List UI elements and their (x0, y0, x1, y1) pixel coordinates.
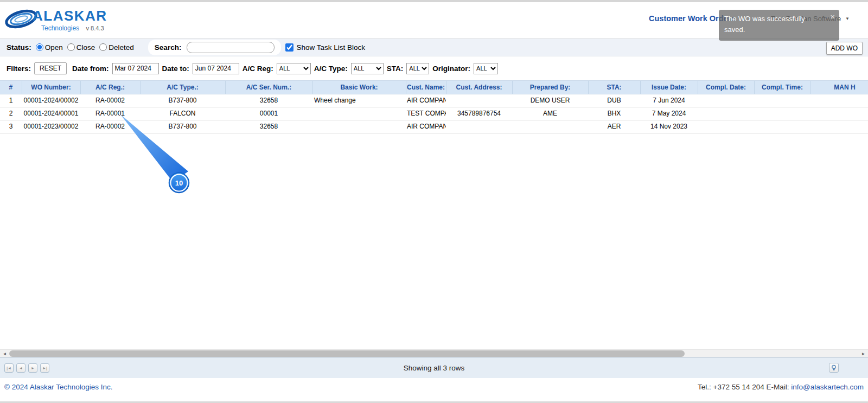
work-orders-table: #WO Number:A/C Reg.:A/C Type.:A/C Ser. N… (0, 81, 868, 133)
cell: FALCON (140, 107, 225, 120)
show-task-list-checkbox[interactable] (285, 43, 293, 52)
cell: AER (588, 120, 640, 133)
column-header[interactable]: MAN H (810, 81, 868, 94)
show-task-list-label: Show Task List Block (296, 43, 365, 52)
status-bar: Status: OpenCloseDeleted Search: Show Ta… (0, 38, 868, 56)
status-option-deleted[interactable]: Deleted (99, 43, 134, 52)
column-header[interactable]: Prepared By: (512, 81, 588, 94)
cell (698, 120, 754, 133)
status-radio-label: Deleted (108, 43, 134, 52)
show-task-list-toggle[interactable]: Show Task List Block (285, 43, 365, 52)
column-header[interactable]: Basic Work: (312, 81, 406, 94)
cell (512, 120, 588, 133)
ac-reg-select[interactable]: ALL (277, 63, 311, 74)
date-from-label: Date from: (72, 65, 109, 73)
cell: 00001-2024/00001 (22, 107, 80, 120)
column-header[interactable]: Cust. Name: (406, 81, 446, 94)
originator-label: Originator: (432, 65, 470, 73)
cell: 00001-2024/00002 (22, 94, 80, 107)
cell: DUB (588, 94, 640, 107)
logo-text: ALASKAR (33, 9, 107, 23)
column-header[interactable]: A/C Reg.: (80, 81, 140, 94)
app-logo[interactable]: ALASKAR Technologies v 8.4.3 (3, 5, 107, 33)
cell: 2 (0, 107, 22, 120)
cell: AIR COMPANY (406, 120, 446, 133)
footer-contact: Tel.: +372 55 14 204 E-Mail: info@alaska… (698, 383, 864, 391)
add-wo-button[interactable]: ADD WO (826, 42, 863, 55)
cell (810, 107, 868, 120)
search-input[interactable] (187, 42, 275, 53)
chevron-down-icon: ▼ (845, 16, 850, 21)
cell (754, 120, 810, 133)
work-order-row[interactable]: 100001-2024/00002RA-00002B737-80032658Wh… (0, 94, 868, 107)
cell (754, 107, 810, 120)
pager-bar: |◄ ◄ ► ►| Showing all 3 rows (0, 357, 868, 378)
scrollbar-thumb[interactable] (9, 350, 685, 357)
column-header[interactable]: Cust. Address: (446, 81, 512, 94)
app-footer: © 2024 Alaskar Technologies Inc. Tel.: +… (0, 378, 868, 401)
logo-subtext: Technologies (41, 24, 79, 32)
column-header[interactable]: # (0, 81, 22, 94)
toast-close-icon[interactable]: × (830, 12, 835, 21)
date-to-input[interactable] (193, 63, 239, 74)
work-order-row[interactable]: 300001-2023/00002RA-00002B737-80032658AI… (0, 120, 868, 133)
footer-phone-text: Tel.: +372 55 14 204 E-Mail: (698, 383, 789, 391)
filters-bar: Filters: RESET Date from: Date to: A/C R… (0, 56, 868, 80)
work-order-row[interactable]: 200001-2024/00001RA-00001FALCON00001TEST… (0, 107, 868, 120)
cell: 00001-2023/00002 (22, 120, 80, 133)
scroll-right-icon[interactable]: ► (859, 350, 867, 358)
sta-select[interactable]: ALL (406, 63, 429, 74)
column-header[interactable]: A/C Ser. Num.: (225, 81, 312, 94)
search-label: Search: (155, 43, 182, 52)
filters-label: Filters: (7, 65, 31, 73)
cell: 32658 (225, 120, 312, 133)
status-option-close[interactable]: Close (67, 43, 95, 52)
cell (754, 94, 810, 107)
reset-button[interactable]: RESET (34, 62, 67, 74)
cell (312, 120, 406, 133)
date-from-input[interactable] (112, 63, 159, 74)
footer-email-link[interactable]: info@alaskartech.com (791, 383, 864, 391)
horizontal-scrollbar[interactable]: ◄ ► (0, 349, 868, 357)
column-header[interactable]: Compl. Date: (698, 81, 754, 94)
cell: B737-800 (140, 94, 225, 107)
grid-options-button[interactable] (829, 363, 839, 373)
status-label: Status: (7, 43, 31, 52)
cell: 7 May 2024 (640, 107, 698, 120)
ac-reg-label: A/C Reg: (242, 65, 273, 73)
footer-copyright-link[interactable]: © 2024 Alaskar Technologies Inc. (4, 383, 113, 391)
work-orders-grid: #WO Number:A/C Reg.:A/C Type.:A/C Ser. N… (0, 80, 868, 349)
toast-message: The WO was successfully saved. (724, 15, 805, 34)
cell: 345789876754 (446, 107, 512, 120)
status-radio-open[interactable] (36, 43, 43, 51)
cell: 1 (0, 94, 22, 107)
ac-type-select[interactable]: ALL (351, 63, 384, 74)
status-radio-close[interactable] (67, 43, 75, 51)
cell: DEMO USER (512, 94, 588, 107)
lightbulb-icon (831, 364, 837, 371)
column-header[interactable]: Compl. Time: (754, 81, 810, 94)
column-header[interactable]: A/C Type.: (140, 81, 225, 94)
app-version: v 8.4.3 (86, 25, 104, 31)
cell: RA-00001 (80, 107, 140, 120)
column-header[interactable]: STA: (588, 81, 640, 94)
cell (446, 94, 512, 107)
column-header[interactable]: WO Number: (22, 81, 80, 94)
cell (698, 107, 754, 120)
cell (810, 120, 868, 133)
search-box: Search: (148, 40, 282, 55)
toast-notification: The WO was successfully saved. × (719, 10, 839, 41)
cell: 7 Jun 2024 (640, 94, 698, 107)
scroll-left-icon[interactable]: ◄ (1, 350, 9, 358)
cell: RA-00002 (80, 120, 140, 133)
status-radio-label: Close (76, 43, 95, 52)
ac-type-label: A/C Type: (314, 65, 348, 73)
cell (810, 94, 868, 107)
cell: B737-800 (140, 120, 225, 133)
column-header[interactable]: Issue Date: (640, 81, 698, 94)
cell: TEST COMPA... (406, 107, 446, 120)
status-radio-deleted[interactable] (99, 43, 107, 51)
originator-select[interactable]: ALL (474, 63, 498, 74)
cell (446, 120, 512, 133)
status-option-open[interactable]: Open (36, 43, 63, 52)
